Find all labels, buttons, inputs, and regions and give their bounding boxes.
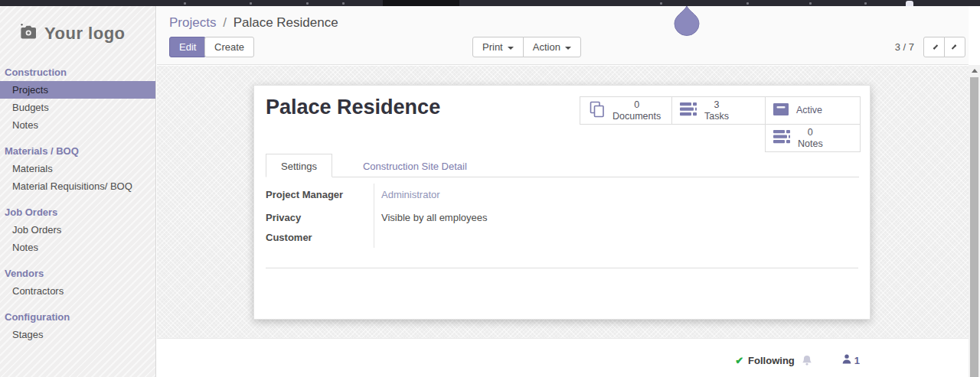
navbar-menu-dot bbox=[184, 2, 186, 5]
bell-icon[interactable] bbox=[802, 355, 812, 366]
menu-section-title: Construction bbox=[0, 63, 155, 81]
menu-section-job-orders: Job Orders Job Orders Notes bbox=[0, 203, 155, 256]
check-icon: ✔ bbox=[735, 355, 743, 366]
menu-section-title: Materials / BOQ bbox=[0, 141, 155, 160]
print-action-group: Print Action bbox=[472, 37, 581, 57]
field-group: Project Manager Administrator Privacy Vi… bbox=[266, 184, 664, 243]
print-dropdown-button[interactable]: Print bbox=[472, 37, 524, 57]
project-manager-value[interactable]: Administrator bbox=[374, 189, 440, 200]
section-divider bbox=[266, 268, 858, 268]
chevron-down-icon bbox=[508, 47, 514, 50]
pager-buttons bbox=[923, 37, 965, 57]
field-label: Privacy bbox=[266, 212, 374, 223]
sidebar-item-material-requisitions[interactable]: Material Requisitions/ BOQ bbox=[0, 177, 155, 195]
sidebar-item-budgets[interactable]: Budgets bbox=[0, 99, 155, 116]
edit-button[interactable]: Edit bbox=[169, 37, 206, 57]
sidebar-item-notes[interactable]: Notes bbox=[0, 116, 155, 134]
navbar-menu-dot bbox=[306, 2, 309, 5]
tasks-icon bbox=[680, 102, 697, 119]
sidebar-item-job-orders[interactable]: Job Orders bbox=[0, 221, 155, 239]
field-row-customer: Customer bbox=[266, 232, 664, 243]
logo-text: Your logo bbox=[44, 24, 126, 44]
sidebar-item-projects[interactable]: Projects bbox=[0, 81, 155, 99]
sidebar-item-contractors[interactable]: Contractors bbox=[0, 282, 155, 300]
sidebar-item-stages[interactable]: Stages bbox=[0, 326, 155, 343]
sidebar-menu: Construction Projects Budgets Notes Mate… bbox=[0, 63, 155, 343]
menu-section-title: Configuration bbox=[0, 307, 155, 326]
control-panel: Projects / Palace Residence Edit Create … bbox=[157, 6, 969, 65]
following-label: Following bbox=[748, 355, 795, 366]
top-navbar[interactable] bbox=[0, 0, 980, 6]
archive-icon bbox=[773, 103, 789, 119]
record-pager: 3 / 7 bbox=[895, 37, 965, 57]
action-dropdown-button[interactable]: Action bbox=[523, 37, 581, 57]
field-row-privacy: Privacy Visible by all employees bbox=[266, 212, 664, 223]
sidebar-item-materials[interactable]: Materials bbox=[0, 160, 155, 177]
navbar-menu-dot bbox=[809, 2, 812, 5]
pager-previous-button[interactable] bbox=[923, 37, 945, 57]
camera-icon bbox=[18, 24, 38, 44]
menu-section-configuration: Configuration Stages bbox=[0, 307, 155, 343]
chevron-down-icon bbox=[565, 47, 571, 50]
breadcrumb-current: Palace Residence bbox=[234, 15, 338, 30]
menu-section-materials-boq: Materials / BOQ Materials Material Requi… bbox=[0, 141, 155, 195]
breadcrumb: Projects / Palace Residence bbox=[169, 15, 338, 31]
pager-position: 3 / 7 bbox=[895, 41, 914, 53]
privacy-value: Visible by all employees bbox=[374, 212, 488, 223]
tasks-stat-button[interactable]: 3Tasks bbox=[671, 96, 766, 125]
vertical-scrollbar[interactable] bbox=[969, 65, 980, 377]
notes-icon bbox=[773, 130, 791, 146]
tab-settings[interactable]: Settings bbox=[266, 154, 332, 177]
person-icon bbox=[842, 353, 851, 367]
navbar-active-item[interactable] bbox=[383, 0, 459, 6]
stat-buttons: 0Documents 3Tasks bbox=[580, 96, 861, 152]
follower-count: 1 bbox=[854, 355, 860, 366]
chevron-left-icon bbox=[933, 44, 937, 49]
triangle-up-icon bbox=[972, 69, 978, 73]
scroll-up-button[interactable] bbox=[969, 65, 980, 76]
menu-section-title: Job Orders bbox=[0, 203, 155, 221]
documents-icon bbox=[588, 101, 606, 120]
menu-section-construction: Construction Projects Budgets Notes bbox=[0, 63, 155, 134]
navbar-menu-dot bbox=[250, 2, 252, 5]
main-area: Projects / Palace Residence Edit Create … bbox=[157, 6, 969, 377]
sidebar: Your logo Construction Projects Budgets … bbox=[0, 6, 156, 377]
following-button[interactable]: ✔ Following bbox=[735, 355, 795, 366]
scrollbar-thumb[interactable] bbox=[970, 77, 978, 377]
app-window: Your logo Construction Projects Budgets … bbox=[0, 0, 980, 377]
user-menu-icon[interactable] bbox=[906, 1, 913, 6]
breadcrumb-separator: / bbox=[223, 15, 227, 30]
record-card: Palace Residence 0Documents bbox=[253, 85, 871, 320]
notes-stat-button[interactable]: 0Notes bbox=[765, 124, 861, 152]
tab-construction-site-detail[interactable]: Construction Site Detail bbox=[348, 154, 482, 177]
create-button[interactable]: Create bbox=[204, 37, 254, 57]
breadcrumb-projects-link[interactable]: Projects bbox=[169, 15, 216, 30]
menu-section-title: Vendors bbox=[0, 264, 155, 282]
menu-section-vendors: Vendors Contractors bbox=[0, 264, 155, 300]
navbar-menu-dot bbox=[864, 2, 867, 5]
record-title: Palace Residence bbox=[266, 96, 440, 119]
navbar-menu-dot bbox=[746, 2, 749, 5]
navbar-menu-dot bbox=[342, 2, 345, 5]
field-row-project-manager: Project Manager Administrator bbox=[266, 184, 664, 200]
chatter-footer: ✔ Following 1 bbox=[157, 338, 969, 377]
notebook-tabs: Settings Construction Site Detail bbox=[266, 154, 859, 177]
active-stat-button[interactable]: Active bbox=[765, 96, 861, 125]
chevron-right-icon bbox=[951, 44, 956, 49]
field-label: Customer bbox=[266, 232, 374, 243]
pager-next-button[interactable] bbox=[944, 37, 965, 57]
sidebar-item-job-notes[interactable]: Notes bbox=[0, 239, 155, 256]
field-label: Project Manager bbox=[266, 189, 374, 200]
follow-controls: ✔ Following 1 bbox=[735, 353, 860, 367]
notification-balloon-icon bbox=[672, 5, 701, 39]
followers-button[interactable]: 1 bbox=[842, 353, 860, 367]
app-logo[interactable]: Your logo bbox=[0, 6, 155, 61]
documents-stat-button[interactable]: 0Documents bbox=[580, 96, 672, 125]
navbar-menu-dot bbox=[660, 2, 662, 5]
form-view-background: Palace Residence 0Documents bbox=[157, 66, 969, 338]
